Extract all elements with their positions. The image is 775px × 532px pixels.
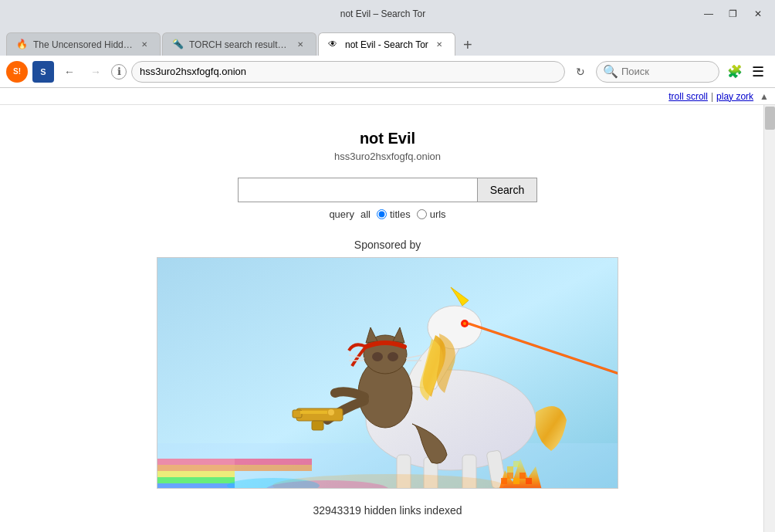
troll-scroll-link[interactable]: troll scroll <box>668 91 708 102</box>
svg-rect-38 <box>296 408 343 421</box>
extensions-area: 🧩 ☰ <box>724 61 769 83</box>
svg-rect-7 <box>235 459 312 465</box>
browser-search-input[interactable] <box>621 66 712 77</box>
search-button[interactable]: Search <box>477 178 537 202</box>
forward-button[interactable]: → <box>85 61 107 83</box>
svg-point-33 <box>388 352 398 361</box>
svg-point-13 <box>463 322 466 325</box>
svg-rect-22 <box>507 473 513 479</box>
svg-rect-21 <box>501 478 507 484</box>
svg-rect-24 <box>519 473 526 479</box>
urls-radio[interactable] <box>417 209 427 219</box>
window-title: not Evil – Search Tor <box>340 8 426 19</box>
scroll-up-icon[interactable]: ▲ <box>760 91 769 102</box>
info-button[interactable]: ℹ <box>111 64 127 80</box>
scroll-thumb[interactable] <box>765 107 775 130</box>
tab-bar: 🔥 The Uncensored Hidden ... ✕ 🔦 TORCH se… <box>0 28 775 56</box>
urls-radio-group: urls <box>417 208 446 220</box>
page-content: not Evil hss3uro2hsxfogfq.onion Search q… <box>0 105 775 532</box>
svg-rect-6 <box>157 483 235 489</box>
address-bar: S! S ← → ℹ ↻ 🔍 🧩 ☰ <box>0 56 775 88</box>
tab-2-close[interactable]: ✕ <box>294 39 306 51</box>
search-form: Search <box>238 178 537 202</box>
titles-radio-group: titles <box>377 208 411 220</box>
tab-3[interactable]: 👁 not Evil - Search Tor ✕ <box>318 32 455 56</box>
svg-rect-27 <box>513 461 519 467</box>
sponsored-label: Sponsored by <box>354 239 421 251</box>
titles-radio[interactable] <box>377 209 387 219</box>
footer-count: 32943319 hidden links indexed <box>313 504 462 517</box>
query-label: query <box>329 208 354 220</box>
svg-rect-26 <box>507 466 513 473</box>
scene-svg <box>157 258 618 489</box>
title-bar: not Evil – Search Tor — ❐ ✕ <box>0 0 775 28</box>
svg-rect-5 <box>157 477 235 483</box>
svg-rect-39 <box>312 421 323 430</box>
minimize-button[interactable]: — <box>698 3 719 25</box>
search-input[interactable] <box>238 178 477 202</box>
tab-1-close[interactable]: ✕ <box>138 39 151 51</box>
svg-rect-42 <box>300 411 327 414</box>
tab-3-close[interactable]: ✕ <box>433 39 445 51</box>
tab-1-title: The Uncensored Hidden ... <box>33 39 134 50</box>
scene-background: wah <box>157 258 618 488</box>
tab-1-favicon: 🔥 <box>16 39 29 51</box>
utility-separator: | <box>711 91 713 102</box>
tab-3-title: not Evil - Search Tor <box>345 39 428 50</box>
play-zork-link[interactable]: play zork <box>716 91 753 102</box>
site-name: not Evil <box>360 130 415 147</box>
svg-rect-4 <box>157 471 235 477</box>
restore-button[interactable]: ❐ <box>723 3 744 25</box>
profile-icon: S <box>32 61 54 83</box>
new-tab-button[interactable]: + <box>457 34 479 56</box>
sponsored-image: wah <box>157 257 618 489</box>
url-input[interactable] <box>131 61 565 83</box>
browser-logo: S! <box>6 61 28 83</box>
profile-button[interactable]: S <box>32 61 54 83</box>
tab-2-favicon: 🔦 <box>172 39 184 51</box>
site-url-display: hss3uro2hsxfogfq.onion <box>334 151 441 162</box>
browser-search-box: 🔍 <box>596 61 719 83</box>
window-controls: — ❐ ✕ <box>698 3 769 25</box>
urls-label: urls <box>430 208 446 220</box>
tab-3-favicon: 👁 <box>328 39 340 51</box>
all-label: all <box>360 208 371 220</box>
extension-button-1[interactable]: 🧩 <box>724 61 746 83</box>
search-options: query all titles urls <box>329 208 445 220</box>
back-button[interactable]: ← <box>59 61 80 83</box>
utility-bar: troll scroll | play zork ▲ <box>0 88 775 105</box>
tab-1[interactable]: 🔥 The Uncensored Hidden ... ✕ <box>6 32 161 56</box>
search-icon: 🔍 <box>603 64 618 79</box>
close-button[interactable]: ✕ <box>747 3 769 25</box>
svg-point-32 <box>372 352 383 361</box>
svg-rect-2 <box>157 459 235 465</box>
titles-label: titles <box>390 208 411 220</box>
svg-rect-23 <box>513 478 519 484</box>
svg-rect-8 <box>235 465 312 471</box>
refresh-button[interactable]: ↻ <box>570 61 591 83</box>
tab-2-title: TORCH search results for: ... <box>189 39 289 50</box>
svg-rect-25 <box>526 478 532 484</box>
tab-2[interactable]: 🔦 TORCH search results for: ... ✕ <box>162 32 316 56</box>
scrollbar[interactable] <box>763 105 775 532</box>
menu-button[interactable]: ☰ <box>747 61 769 83</box>
svg-point-41 <box>328 409 334 415</box>
svg-rect-3 <box>157 465 235 471</box>
